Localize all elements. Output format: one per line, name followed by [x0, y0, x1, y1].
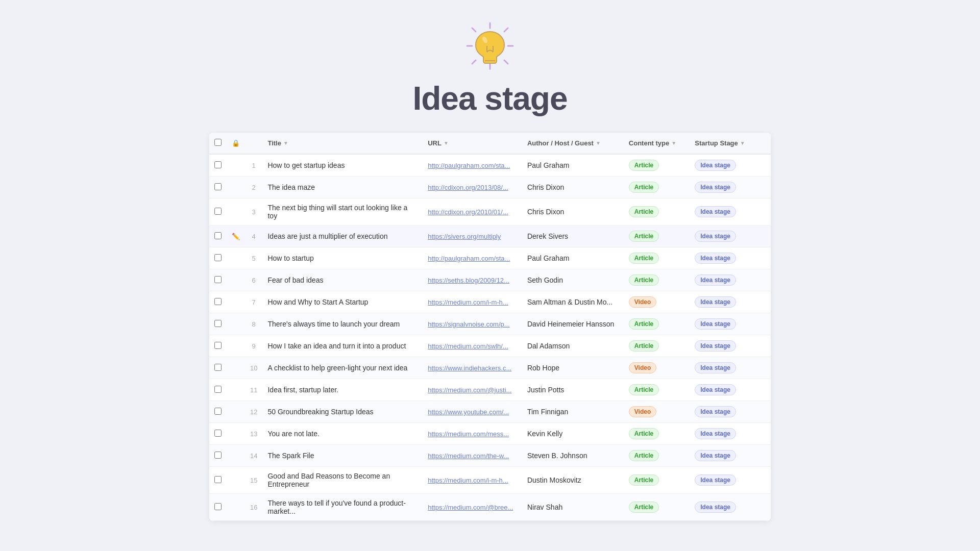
row-checkbox[interactable]: [214, 161, 222, 168]
row-content-type[interactable]: Article: [624, 467, 690, 494]
row-url-link[interactable]: https://signalvnoise.com/p...: [428, 320, 509, 328]
row-startup-stage[interactable]: Idea stage: [690, 291, 771, 313]
row-checkbox[interactable]: [214, 276, 222, 283]
author-header[interactable]: Author / Host / Guest ▼: [522, 133, 624, 154]
title-header[interactable]: Title ▼: [262, 133, 423, 154]
row-content-type[interactable]: Article: [624, 313, 690, 335]
row-startup-stage[interactable]: Idea stage: [690, 198, 771, 226]
row-title[interactable]: How I take an idea and turn it into a pr…: [262, 335, 423, 357]
row-checkbox[interactable]: [214, 503, 222, 510]
table-row: 10A checklist to help green-light your n…: [209, 357, 771, 379]
row-url-link[interactable]: https://www.youtube.com/...: [428, 408, 509, 416]
row-title[interactable]: How to startup: [262, 247, 423, 269]
row-title[interactable]: How to get startup ideas: [262, 154, 423, 177]
row-startup-stage[interactable]: Idea stage: [690, 269, 771, 291]
row-startup-stage[interactable]: Idea stage: [690, 494, 771, 521]
stage-sort-icon[interactable]: ▼: [740, 140, 745, 146]
row-startup-stage[interactable]: Idea stage: [690, 247, 771, 269]
edit-icon[interactable]: ✏️: [232, 233, 240, 240]
row-checkbox[interactable]: [214, 386, 222, 393]
row-url-link[interactable]: https://sivers.org/multiply: [428, 233, 501, 240]
row-url-link[interactable]: http://paulgraham.com/sta...: [428, 255, 510, 262]
row-content-type[interactable]: Article: [624, 226, 690, 247]
row-checkbox[interactable]: [214, 183, 222, 190]
row-url-link[interactable]: http://cdixon.org/2013/08/...: [428, 184, 508, 191]
row-title[interactable]: A checklist to help green-light your nex…: [262, 357, 423, 379]
row-url-link[interactable]: https://www.indiehackers.c...: [428, 364, 511, 372]
select-all-checkbox[interactable]: [214, 139, 222, 146]
row-content-type[interactable]: Article: [624, 247, 690, 269]
row-startup-stage[interactable]: Idea stage: [690, 445, 771, 467]
row-title[interactable]: Good and Bad Reasons to Become an Entrep…: [262, 467, 423, 494]
row-content-type[interactable]: Article: [624, 423, 690, 445]
row-startup-stage[interactable]: Idea stage: [690, 401, 771, 423]
row-checkbox[interactable]: [214, 408, 222, 415]
row-title[interactable]: The Spark File: [262, 445, 423, 467]
row-title[interactable]: Idea first, startup later.: [262, 379, 423, 401]
row-content-type[interactable]: Article: [624, 494, 690, 521]
row-author: Derek Sivers: [522, 226, 624, 247]
row-checkbox[interactable]: [214, 298, 222, 305]
row-content-type[interactable]: Article: [624, 379, 690, 401]
row-startup-stage[interactable]: Idea stage: [690, 357, 771, 379]
author-sort-icon[interactable]: ▼: [596, 140, 601, 146]
row-number: 13: [245, 423, 262, 445]
row-title[interactable]: Fear of bad ideas: [262, 269, 423, 291]
row-content-type[interactable]: Article: [624, 269, 690, 291]
row-checkbox[interactable]: [214, 320, 222, 327]
row-startup-stage[interactable]: Idea stage: [690, 313, 771, 335]
row-url-link[interactable]: https://medium.com/@bree...: [428, 504, 513, 511]
row-startup-stage[interactable]: Idea stage: [690, 467, 771, 494]
select-all-header[interactable]: [209, 133, 227, 154]
row-content-type[interactable]: Video: [624, 357, 690, 379]
page-header: Idea stage: [0, 0, 980, 133]
type-sort-icon[interactable]: ▼: [671, 140, 676, 146]
row-url-link[interactable]: https://medium.com/the-w...: [428, 452, 509, 460]
row-content-type[interactable]: Video: [624, 401, 690, 423]
row-content-type[interactable]: Article: [624, 154, 690, 177]
row-url-link[interactable]: https://medium.com/@justi...: [428, 386, 511, 394]
title-sort-icon[interactable]: ▼: [283, 140, 288, 146]
row-url-link[interactable]: https://medium.com/swlh/...: [428, 342, 508, 350]
row-title[interactable]: Ideas are just a multiplier of execution: [262, 226, 423, 247]
row-startup-stage[interactable]: Idea stage: [690, 335, 771, 357]
row-checkbox[interactable]: [214, 254, 222, 261]
row-startup-stage[interactable]: Idea stage: [690, 423, 771, 445]
row-title[interactable]: The next big thing will start out lookin…: [262, 198, 423, 226]
row-checkbox[interactable]: [214, 430, 222, 437]
data-table-container: 🔒 Title ▼ URL ▼ Autho: [209, 133, 771, 521]
row-checkbox[interactable]: [214, 342, 222, 349]
row-url-link[interactable]: https://medium.com/i-m-h...: [428, 477, 508, 484]
row-checkbox[interactable]: [214, 476, 222, 483]
stage-header[interactable]: Startup Stage ▼: [690, 133, 771, 154]
row-content-type[interactable]: Article: [624, 335, 690, 357]
row-content-type[interactable]: Article: [624, 445, 690, 467]
row-url-link[interactable]: https://seths.blog/2009/12...: [428, 277, 509, 284]
row-url-link[interactable]: http://paulgraham.com/sta...: [428, 162, 510, 169]
url-sort-icon[interactable]: ▼: [444, 140, 449, 146]
row-author: Justin Potts: [522, 379, 624, 401]
row-title[interactable]: There ways to tell if you've found a pro…: [262, 494, 423, 521]
row-number: 9: [245, 335, 262, 357]
row-content-type[interactable]: Article: [624, 177, 690, 198]
url-header[interactable]: URL ▼: [423, 133, 522, 154]
row-checkbox[interactable]: [214, 232, 222, 239]
type-header[interactable]: Content type ▼: [624, 133, 690, 154]
row-title[interactable]: There's always time to launch your dream: [262, 313, 423, 335]
row-checkbox[interactable]: [214, 208, 222, 215]
row-content-type[interactable]: Video: [624, 291, 690, 313]
row-startup-stage[interactable]: Idea stage: [690, 226, 771, 247]
row-checkbox[interactable]: [214, 452, 222, 459]
row-title[interactable]: You are not late.: [262, 423, 423, 445]
row-title[interactable]: 50 Groundbreaking Startup Ideas: [262, 401, 423, 423]
row-url-link[interactable]: https://medium.com/i-m-h...: [428, 298, 508, 306]
row-startup-stage[interactable]: Idea stage: [690, 177, 771, 198]
row-url-link[interactable]: http://cdixon.org/2010/01/...: [428, 208, 508, 216]
row-startup-stage[interactable]: Idea stage: [690, 154, 771, 177]
row-title[interactable]: The idea maze: [262, 177, 423, 198]
row-title[interactable]: How and Why to Start A Startup: [262, 291, 423, 313]
row-startup-stage[interactable]: Idea stage: [690, 379, 771, 401]
row-url-link[interactable]: https://medium.com/mess...: [428, 430, 509, 438]
row-checkbox[interactable]: [214, 364, 222, 371]
row-content-type[interactable]: Article: [624, 198, 690, 226]
